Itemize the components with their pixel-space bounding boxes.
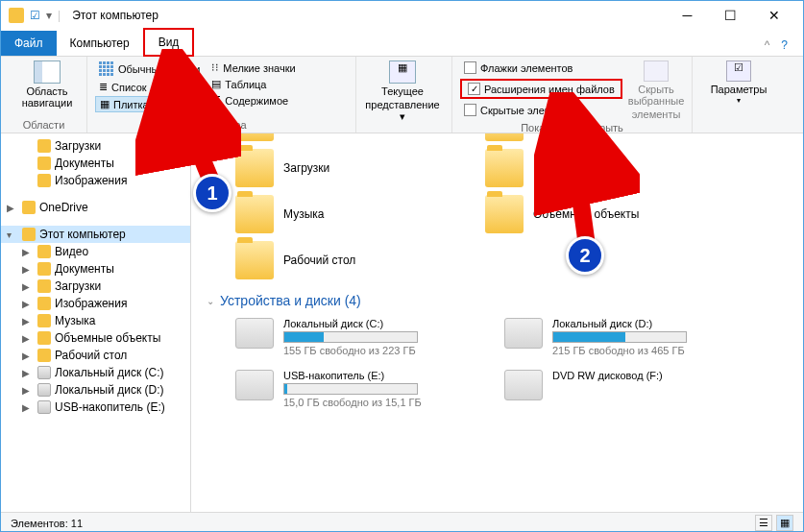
drive-item[interactable]: USB-накопитель (E:)15,0 ГБ свободно из 1… [235,370,447,408]
nav-item[interactable]: ▶Рабочий стол [1,347,190,364]
drive-usage-bar [283,383,418,395]
folder-icon [485,133,524,141]
ribbon-tabs: Файл Компьютер Вид ^ ? [1,30,803,57]
statusbar: Элементов: 11 ☰ ▦ [1,512,803,532]
drive-name: Локальный диск (D:) [552,318,687,329]
options-button[interactable]: ☑ Параметры ▾ [700,60,777,106]
view-details-icon[interactable]: ☰ [755,515,772,531]
folder-label: Музыка [283,207,324,221]
folder-item[interactable]: Загрузки [235,149,427,187]
list-icon: ≣ [99,81,108,93]
hide-selected-icon [644,60,669,82]
current-view-button[interactable]: ▦ Текущее представление ▾ [364,60,441,122]
drive-icon [504,370,543,400]
folder-icon [235,149,274,187]
drive-name: DVD RW дисковод (F:) [552,370,663,381]
drive-item[interactable]: Локальный диск (C:)155 ГБ свободно из 22… [235,318,447,356]
nav-item[interactable]: ▶OneDrive [1,199,190,216]
drive-usage-bar [283,331,418,343]
maximize-button[interactable]: ☐ [709,1,752,30]
drive-free-text: 155 ГБ свободно из 223 ГБ [283,345,418,356]
qat-checkbox-icon[interactable]: ☑ [30,9,40,22]
nav-item[interactable]: ▾Этот компьютер [1,226,190,243]
main-area[interactable]: ЗагрузкиИзображенияМузыкаОбъемные объект… [191,133,803,512]
drive-name: USB-накопитель (E:) [283,370,422,381]
checkbox-item-checkboxes[interactable]: Флажки элементов [460,60,622,75]
ribbon-collapse-icon[interactable]: ^ [759,35,776,56]
drive-free-text: 15,0 ГБ свободно из 15,1 ГБ [283,397,422,408]
folder-icon [485,195,524,233]
help-icon[interactable]: ? [775,35,793,56]
drive-item[interactable]: DVD RW дисковод (F:) [504,370,716,408]
window-title: Этот компьютер [72,9,158,22]
folder-label: Загрузки [283,161,329,175]
folder-icon [485,149,524,187]
drive-item[interactable]: Локальный диск (D:)215 ГБ свободно из 46… [504,318,716,356]
callout-2: 2 [566,236,604,275]
drive-usage-bar [552,331,687,343]
nav-item[interactable]: ▶Объемные объекты [1,329,190,347]
checkbox-icon [468,83,480,95]
drive-name: Локальный диск (C:) [283,318,418,329]
minimize-button[interactable]: ─ [666,1,709,30]
folder-icon [235,133,274,141]
nav-item[interactable]: ▶Загрузки [1,278,190,295]
titlebar: ☑ ▾ | Этот компьютер ─ ☐ ✕ [1,1,803,30]
ribbon: Область навигации Области Обычные значки… [1,57,803,133]
drive-icon [235,370,274,400]
close-button[interactable]: ✕ [752,1,795,30]
nav-item[interactable]: ▶Видео [1,243,190,260]
drive-icon [504,318,543,349]
folder-item[interactable]: Рабочий стол [235,241,427,279]
folder-icon [235,195,274,233]
view-tiles-icon[interactable]: ▦ [776,515,793,531]
drive-icon [235,318,274,349]
nav-item[interactable]: ▶Изображения [1,295,190,312]
tab-file[interactable]: Файл [1,31,57,56]
callout-1: 1 [193,174,231,212]
folder-item[interactable]: Музыка [235,195,427,233]
folder-icon [235,241,274,279]
nav-item[interactable]: ▶Музыка [1,312,190,329]
group-panes-label: Области [9,119,79,131]
checkbox-icon [464,104,476,116]
pane-icon [34,60,61,84]
nav-item[interactable]: ▶Локальный диск (D:) [1,381,190,399]
status-text: Элементов: 11 [11,518,83,529]
options-icon: ☑ [726,60,751,82]
nav-item[interactable]: ▶USB-накопитель (E:) [1,399,190,416]
nav-item[interactable]: ▶Документы [1,260,190,278]
folder-label: Рабочий стол [283,254,355,267]
navigation-pane-label: Область навигации [9,85,85,109]
qat-dropdown-icon[interactable]: ▾ [46,9,52,22]
navigation-pane-button[interactable]: Область навигации [9,60,85,109]
explorer-icon [9,8,24,23]
tile-icon: ▦ [100,98,110,110]
current-view-icon: ▦ [389,60,416,84]
checkbox-icon [464,61,476,74]
devices-header[interactable]: ⌄Устройства и диски (4) [207,293,788,308]
nav-item[interactable]: ▶Локальный диск (C:) [1,364,190,381]
tab-computer[interactable]: Компьютер [57,31,143,56]
drive-free-text: 215 ГБ свободно из 465 ГБ [552,345,687,356]
